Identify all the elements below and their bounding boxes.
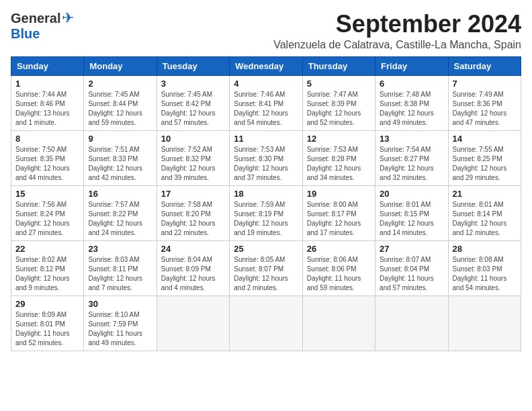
logo: General✈ Blue	[11, 11, 74, 42]
day-26: 26 Sunrise: 8:06 AMSunset: 8:06 PMDaylig…	[302, 240, 375, 295]
day-14: 14 Sunrise: 7:55 AMSunset: 8:25 PMDaylig…	[448, 130, 521, 185]
day-9: 9 Sunrise: 7:51 AMSunset: 8:33 PMDayligh…	[84, 130, 157, 185]
day-13: 13 Sunrise: 7:54 AMSunset: 8:27 PMDaylig…	[375, 130, 448, 185]
empty-cell-1	[157, 295, 229, 351]
day-29: 29 Sunrise: 8:09 AMSunset: 8:01 PMDaylig…	[11, 295, 84, 351]
header-monday: Monday	[84, 56, 157, 75]
title-area: September 2024 Valenzuela de Calatrava, …	[273, 11, 521, 51]
day-24: 24 Sunrise: 8:04 AMSunset: 8:09 PMDaylig…	[157, 240, 229, 295]
location-title: Valenzuela de Calatrava, Castille-La Man…	[273, 39, 521, 51]
empty-cell-4	[375, 295, 448, 351]
page-header: General✈ Blue September 2024 Valenzuela …	[11, 11, 521, 51]
day-10: 10 Sunrise: 7:52 AMSunset: 8:32 PMDaylig…	[157, 130, 229, 185]
day-19: 19 Sunrise: 8:00 AMSunset: 8:17 PMDaylig…	[302, 185, 375, 240]
day-3: 3 Sunrise: 7:45 AMSunset: 8:42 PMDayligh…	[157, 75, 229, 130]
header-tuesday: Tuesday	[157, 56, 229, 75]
calendar-week-5: 29 Sunrise: 8:09 AMSunset: 8:01 PMDaylig…	[11, 295, 521, 351]
logo-general-text: General✈	[11, 11, 74, 26]
weekday-header-row: Sunday Monday Tuesday Wednesday Thursday…	[11, 56, 521, 75]
day-17: 17 Sunrise: 7:58 AMSunset: 8:20 PMDaylig…	[157, 185, 229, 240]
empty-cell-2	[230, 295, 302, 351]
day-25: 25 Sunrise: 8:05 AMSunset: 8:07 PMDaylig…	[230, 240, 302, 295]
day-20: 20 Sunrise: 8:01 AMSunset: 8:15 PMDaylig…	[375, 185, 448, 240]
calendar-table: Sunday Monday Tuesday Wednesday Thursday…	[11, 56, 521, 351]
calendar-week-4: 22 Sunrise: 8:02 AMSunset: 8:12 PMDaylig…	[11, 240, 521, 295]
day-12: 12 Sunrise: 7:53 AMSunset: 8:28 PMDaylig…	[302, 130, 375, 185]
day-8: 8 Sunrise: 7:50 AMSunset: 8:35 PMDayligh…	[11, 130, 84, 185]
header-sunday: Sunday	[11, 56, 84, 75]
calendar-week-3: 15 Sunrise: 7:56 AMSunset: 8:24 PMDaylig…	[11, 185, 521, 240]
day-21: 21 Sunrise: 8:01 AMSunset: 8:14 PMDaylig…	[448, 185, 521, 240]
day-2: 2 Sunrise: 7:45 AMSunset: 8:44 PMDayligh…	[84, 75, 157, 130]
day-27: 27 Sunrise: 8:07 AMSunset: 8:04 PMDaylig…	[375, 240, 448, 295]
day-7: 7 Sunrise: 7:49 AMSunset: 8:36 PMDayligh…	[448, 75, 521, 130]
day-15: 15 Sunrise: 7:56 AMSunset: 8:24 PMDaylig…	[11, 185, 84, 240]
day-30: 30 Sunrise: 8:10 AMSunset: 7:59 PMDaylig…	[84, 295, 157, 351]
header-saturday: Saturday	[448, 56, 521, 75]
header-friday: Friday	[375, 56, 448, 75]
day-28: 28 Sunrise: 8:08 AMSunset: 8:03 PMDaylig…	[448, 240, 521, 295]
header-wednesday: Wednesday	[230, 56, 302, 75]
calendar-week-1: 1 Sunrise: 7:44 AMSunset: 8:46 PMDayligh…	[11, 75, 521, 130]
day-1: 1 Sunrise: 7:44 AMSunset: 8:46 PMDayligh…	[11, 75, 84, 130]
day-11: 11 Sunrise: 7:53 AMSunset: 8:30 PMDaylig…	[230, 130, 302, 185]
day-22: 22 Sunrise: 8:02 AMSunset: 8:12 PMDaylig…	[11, 240, 84, 295]
day-23: 23 Sunrise: 8:03 AMSunset: 8:11 PMDaylig…	[84, 240, 157, 295]
day-18: 18 Sunrise: 7:59 AMSunset: 8:19 PMDaylig…	[230, 185, 302, 240]
day-16: 16 Sunrise: 7:57 AMSunset: 8:22 PMDaylig…	[84, 185, 157, 240]
day-5: 5 Sunrise: 7:47 AMSunset: 8:39 PMDayligh…	[302, 75, 375, 130]
logo-bird-icon: ✈	[62, 9, 74, 26]
empty-cell-3	[302, 295, 375, 351]
header-thursday: Thursday	[302, 56, 375, 75]
day-4: 4 Sunrise: 7:46 AMSunset: 8:41 PMDayligh…	[230, 75, 302, 130]
day-6: 6 Sunrise: 7:48 AMSunset: 8:38 PMDayligh…	[375, 75, 448, 130]
month-title: September 2024	[273, 11, 521, 38]
empty-cell-5	[448, 295, 521, 351]
calendar-week-2: 8 Sunrise: 7:50 AMSunset: 8:35 PMDayligh…	[11, 130, 521, 185]
